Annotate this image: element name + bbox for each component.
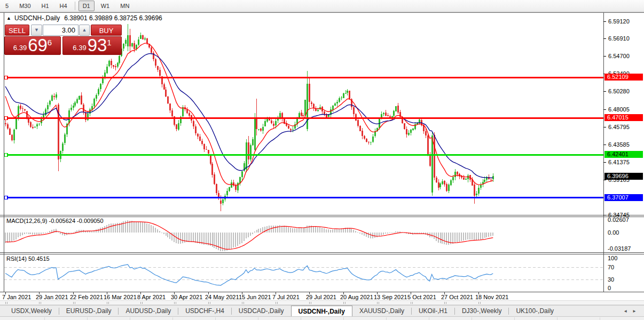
timeframe-button-h1[interactable]: H1 [37,1,53,11]
scroll-strip-mark [412,302,413,304]
scroll-strip-mark [73,302,74,304]
price-tick-label: 6.43585 [608,141,630,148]
one-click-panel-collapse-icon[interactable]: ▲ [6,15,11,21]
scroll-strip-mark [478,302,479,304]
sell-button[interactable]: SELL [5,25,29,36]
chart-tab-uk100-daily[interactable]: UK100-,Daily [509,306,561,316]
chart-title-ohlc: 6.38901 6.39889 6.38725 6.39696 [64,14,162,22]
price-tick-label: 6.56910 [608,35,630,42]
chart-tab-usdcnh-daily[interactable]: USDCNH-,Daily [291,306,352,316]
status-strip-separator [44,317,45,320]
macd-axis-label: 0.00 [608,229,619,236]
status-strip-separator [514,317,515,320]
rsi-axis-label: 0 [608,285,611,291]
scroll-strip-mark [242,302,242,304]
price-tick-label: 6.41375 [608,159,630,166]
date-tick-label: 8 Apr 2021 [137,294,166,300]
date-tick-label: 18 Nov 2021 [475,294,508,300]
status-strip-separator [557,317,557,320]
date-tick-label: 15 Jun 2021 [239,294,271,300]
timeframe-button-h4[interactable]: H4 [56,1,72,11]
timeframe-button-mn[interactable]: MN [116,1,133,11]
volume-increase-button[interactable]: ▲ [79,25,90,36]
timeframe-button-w1[interactable]: W1 [97,1,114,11]
chart-tab-usdx-weekly[interactable]: USDX,Weekly [4,306,59,316]
price-tick-mark [603,38,606,39]
date-tick-label: 29 Jul 2021 [306,294,336,300]
scroll-strip-mark [345,302,345,304]
chart-tab-xauusd-daily[interactable]: XAUUSD-,Daily [352,306,411,316]
sell-price-pips: 69 [28,37,48,53]
rsi-axis-label: 100 [608,255,617,261]
price-tick-mark [603,215,606,215]
scroll-strip-mark [311,302,311,304]
sell-price-box[interactable]: 6.39 69 6 [4,36,61,55]
tabs-scroll-left-icon[interactable]: ◄ [623,309,627,314]
date-tick-label: 13 Sep 2021 [374,294,407,300]
timeframe-button-m30[interactable]: M30 [15,1,35,11]
rsi-axis-label: 70 [608,264,614,270]
price-tick-label: 6.45795 [608,124,630,131]
horizontal-scroll-strip[interactable] [0,300,644,305]
status-strip-separator [472,317,472,320]
rsi-axis-label: 30 [608,276,614,283]
price-line-label: 6.42401 [604,151,643,158]
scroll-strip-mark [140,302,141,304]
chart-title: ▲ USDCNH-,Daily 6.38901 6.39889 6.38725 … [6,14,162,22]
scroll-strip-mark [75,302,75,304]
price-tick-mark [603,56,606,57]
buy-price-point: 1 [107,39,111,46]
scroll-strip-mark [309,302,310,304]
date-tick-label: 24 May 2021 [205,294,239,300]
chart-tab-bar: USDX,WeeklyEURUSD-,DailyAUDUSD-,DailyUSD… [0,305,644,316]
price-tick-mark [603,127,606,127]
scroll-strip-mark [174,302,175,304]
date-tick-label: 27 Oct 2021 [441,294,473,300]
volume-input[interactable] [43,25,78,36]
chart-tab-ukoil-h1[interactable]: UKOil-,H1 [412,306,454,316]
price-tick-mark [603,162,606,163]
volume-decrease-button[interactable]: ▼ [31,25,42,36]
rsi-indicator-label: RSI(14) 50.4515 [6,255,50,262]
status-strip-separator [386,317,387,320]
scroll-strip-mark [142,302,143,304]
chart-tab-eurusd-daily[interactable]: EURUSD-,Daily [59,306,119,316]
timeframe-button-d1[interactable]: D1 [78,1,95,11]
price-tick-label: 6.48005 [608,106,630,113]
price-tick-mark [603,109,606,110]
chart-tab-dj30-weekly[interactable]: DJ30-,Weekly [455,306,508,316]
sell-price-main: 6.39 [13,44,27,52]
timeframe-button-5[interactable]: 5 [1,1,13,11]
scroll-strip-mark [176,302,176,304]
price-tick-mark [603,21,606,22]
status-strip-separator [130,317,130,320]
price-tick-mark [603,180,606,180]
price-line-label: 6.39696 [604,173,643,180]
scroll-strip-mark [446,302,446,304]
scroll-strip-mark [210,302,210,304]
scroll-strip-mark [444,302,445,304]
macd-axis-label: 0.02607 [608,217,629,223]
sell-price-point: 6 [48,39,52,46]
date-tick-label: 20 Aug 2021 [340,294,373,300]
tabs-scroll-right-icon[interactable]: ► [632,309,637,314]
scroll-strip-mark [108,302,109,304]
scroll-strip-mark [107,302,107,304]
timeframe-toolbar: 5M30H1H4D1W1MN [0,0,644,12]
macd-indicator-label: MACD(12,26,9) -0.005624 -0.009050 [6,218,104,224]
chart-tab-usdchf-h4[interactable]: USDCHF-,H4 [178,306,231,316]
date-tick-label: 22 Feb 2021 [70,294,103,300]
chart-tab-usdcad-daily[interactable]: USDCAD-,Daily [232,306,291,316]
scroll-strip-mark [277,302,278,304]
price-line-label: 6.47015 [604,114,643,121]
price-tick-mark [603,91,606,92]
buy-price-box[interactable]: 6.39 93 1 [62,36,122,55]
scroll-strip-mark [343,302,344,304]
buy-button[interactable]: BUY [91,25,122,36]
price-tick-mark [603,145,606,145]
scroll-strip-mark [377,302,378,304]
chart-tab-audusd-daily[interactable]: AUDUSD-,Daily [119,306,178,316]
chart-title-symbol: USDCNH-,Daily [14,14,60,22]
date-tick-label: 7 Jan 2021 [2,294,31,300]
scroll-strip-mark [480,302,481,304]
